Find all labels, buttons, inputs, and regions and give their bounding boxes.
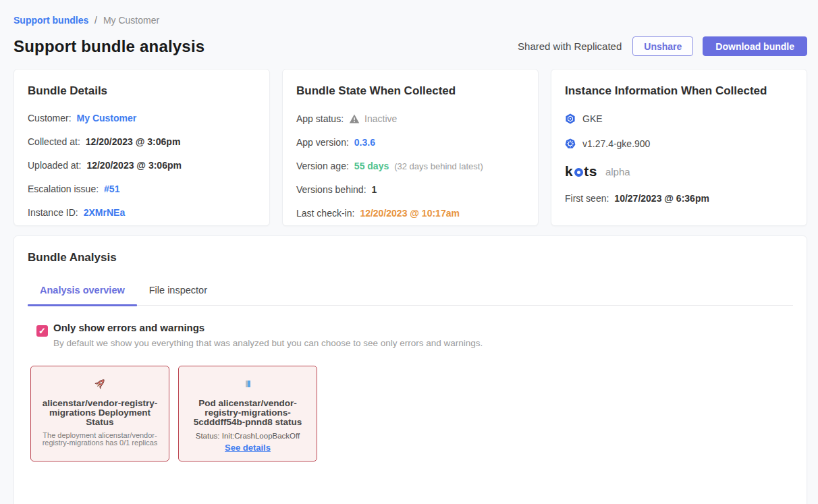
- last-checkin-row: Last check-in: 12/20/2023 @ 10:17am: [296, 208, 524, 219]
- warning-icon: [349, 113, 360, 124]
- only-errors-checkbox[interactable]: ✓: [36, 325, 48, 337]
- error-card-title: Pod alicenstar/vendor-registry-migration…: [186, 399, 310, 427]
- versions-behind-label: Versions behind:: [296, 185, 366, 195]
- download-bundle-button[interactable]: Download bundle: [703, 36, 807, 56]
- k8s-version-row: v1.27.4-gke.900: [565, 138, 793, 149]
- breadcrumb-current: My Customer: [103, 15, 159, 26]
- instance-id-label: Instance ID:: [28, 208, 78, 218]
- last-checkin-label: Last check-in:: [296, 208, 354, 219]
- bundle-state-card: Bundle State When Collected App status: …: [282, 69, 539, 226]
- header-actions: Shared with Replicated Unshare Download …: [518, 36, 807, 56]
- tab-file-inspector[interactable]: File inspector: [137, 285, 219, 305]
- k8s-version-value: v1.27.4-gke.900: [582, 138, 650, 149]
- version-age-value: 55 days: [354, 161, 389, 171]
- breadcrumb: Support bundles / My Customer: [13, 15, 807, 26]
- kots-logo: kts: [565, 163, 597, 179]
- filter-label: Only show errors and warnings: [53, 322, 483, 333]
- app-status-label: App status:: [296, 114, 344, 124]
- page-header: Support bundle analysis Shared with Repl…: [13, 36, 807, 56]
- customer-link[interactable]: My Customer: [77, 113, 137, 123]
- see-details-link[interactable]: See details: [225, 443, 271, 453]
- kots-logo-ts: ts: [584, 163, 597, 179]
- analysis-error-card-pod[interactable]: Pod alicenstar/vendor-registry-migration…: [178, 366, 317, 461]
- tab-analysis-overview[interactable]: Analysis overview: [28, 285, 137, 305]
- versions-behind-row: Versions behind: 1: [296, 185, 524, 195]
- instance-info-title: Instance Information When Collected: [565, 84, 793, 98]
- instance-info-card: Instance Information When Collected GKE …: [551, 69, 807, 226]
- rocket-icon: [92, 376, 107, 392]
- error-card-status: Status: Init:CrashLoopBackOff: [196, 432, 300, 440]
- filter-texts: Only show errors and warnings By default…: [53, 322, 483, 348]
- kots-row: kts alpha: [565, 163, 793, 179]
- bundle-analysis-card: Bundle Analysis Analysis overview File i…: [13, 235, 807, 504]
- versions-behind-value: 1: [372, 185, 377, 195]
- kots-channel: alpha: [605, 166, 630, 177]
- instance-id-link[interactable]: 2XMrNEa: [84, 208, 125, 218]
- distribution-row: GKE: [565, 113, 793, 124]
- collected-at-value: 12/20/2023 @ 3:06pm: [86, 137, 181, 147]
- first-seen-label: First seen:: [565, 194, 609, 204]
- app-version-label: App version:: [296, 138, 349, 148]
- error-card-message: The deployment alicenstar/vendor-registr…: [38, 432, 162, 447]
- kots-logo-k: k: [565, 163, 573, 179]
- errors-warnings-filter: ✓ Only show errors and warnings By defau…: [36, 322, 793, 348]
- info-cards-row: Bundle Details Customer: My Customer Col…: [13, 69, 807, 226]
- check-icon: ✓: [38, 327, 46, 335]
- kots-logo-o-icon: [574, 168, 583, 177]
- breadcrumb-separator: /: [94, 15, 97, 26]
- filter-description: By default we show you everything that w…: [53, 338, 483, 348]
- escalation-issue-label: Escalation issue:: [28, 184, 99, 194]
- bundle-state-title: Bundle State When Collected: [296, 84, 524, 98]
- app-status-value: Inactive: [364, 114, 397, 124]
- escalation-issue-link[interactable]: #51: [104, 184, 119, 194]
- app-version-row: App version: 0.3.6: [296, 138, 524, 148]
- escalation-issue-row: Escalation issue: #51: [28, 184, 256, 194]
- page-title: Support bundle analysis: [13, 37, 204, 56]
- breadcrumb-support-bundles-link[interactable]: Support bundles: [13, 15, 88, 26]
- error-card-title: alicenstar/vendor-registry-migrations De…: [38, 399, 162, 427]
- uploaded-at-value: 12/20/2023 @ 3:06pm: [86, 161, 182, 171]
- distribution-value: GKE: [582, 113, 603, 124]
- customer-label: Customer:: [28, 113, 72, 123]
- uploaded-at-label: Uploaded at:: [28, 161, 81, 171]
- uploaded-at-row: Uploaded at: 12/20/2023 @ 3:06pm: [28, 161, 256, 171]
- shared-status-text: Shared with Replicated: [518, 40, 622, 52]
- collected-at-row: Collected at: 12/20/2023 @ 3:06pm: [28, 137, 256, 147]
- instance-id-row: Instance ID: 2XMrNEa: [28, 208, 256, 218]
- support-bundle-analysis-page: Support bundles / My Customer Support bu…: [0, 0, 818, 504]
- analysis-results: alicenstar/vendor-registry-migrations De…: [30, 366, 793, 461]
- version-age-note: (32 days behind latest): [394, 161, 483, 171]
- kubernetes-icon: [565, 138, 576, 149]
- first-seen-value: 10/27/2023 @ 6:36pm: [614, 194, 709, 204]
- broken-image-icon: [246, 376, 250, 392]
- first-seen-row: First seen: 10/27/2023 @ 6:36pm: [565, 194, 793, 204]
- last-checkin-value: 12/20/2023 @ 10:17am: [360, 208, 460, 219]
- unshare-button[interactable]: Unshare: [632, 36, 693, 56]
- gke-icon: [565, 113, 576, 124]
- version-age-row: Version age: 55 days (32 days behind lat…: [296, 161, 524, 171]
- app-version-link[interactable]: 0.3.6: [354, 138, 375, 148]
- bundle-details-title: Bundle Details: [28, 84, 256, 98]
- app-status-row: App status: Inactive: [296, 113, 524, 124]
- version-age-label: Version age:: [296, 161, 349, 171]
- analysis-tabs: Analysis overview File inspector: [28, 285, 793, 306]
- collected-at-label: Collected at:: [28, 137, 80, 147]
- bundle-analysis-title: Bundle Analysis: [28, 251, 793, 264]
- bundle-details-card: Bundle Details Customer: My Customer Col…: [13, 69, 270, 226]
- customer-row: Customer: My Customer: [28, 113, 256, 123]
- analysis-error-card-deployment[interactable]: alicenstar/vendor-registry-migrations De…: [30, 366, 169, 461]
